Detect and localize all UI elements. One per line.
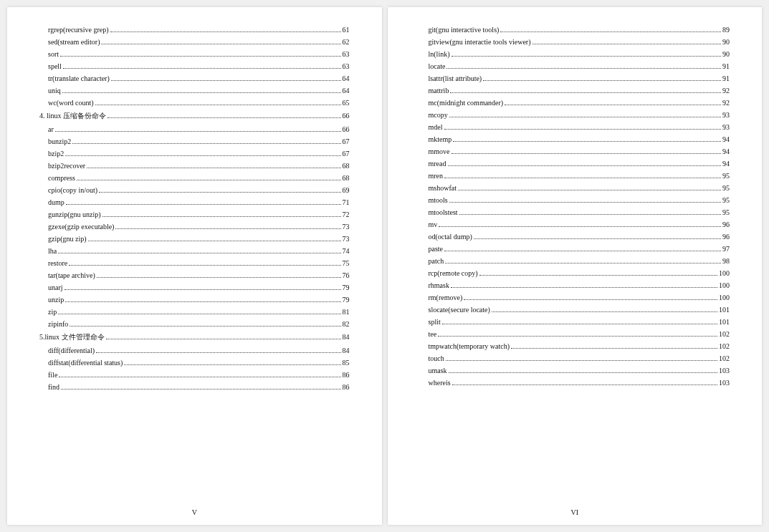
toc-entry-title: diffstat(differential status) xyxy=(48,359,123,367)
toc-entry-page: 92 xyxy=(722,87,730,95)
toc-leader-dots xyxy=(449,372,717,373)
toc-entry: ln(link)90 xyxy=(429,50,730,58)
toc-entry: gzexe(gzip executable)73 xyxy=(48,223,350,231)
toc-entry-title: od(octal dump) xyxy=(429,233,472,241)
toc-leader-dots xyxy=(63,68,341,69)
toc-entry-page: 95 xyxy=(722,196,730,204)
toc-entry-title: lsattr(list attribute) xyxy=(429,74,482,82)
toc-entry: find86 xyxy=(48,383,350,391)
toc-leader-dots xyxy=(474,238,721,239)
toc-entry: rcp(remote copy)100 xyxy=(429,269,730,277)
toc-entry-title: gzip(gnu zip) xyxy=(48,235,87,243)
toc-entry-page: 84 xyxy=(343,347,350,354)
toc-entry-title: mtoolstest xyxy=(429,208,458,216)
toc-entry: mread94 xyxy=(429,160,730,168)
toc-entry-page: 61 xyxy=(343,26,350,34)
toc-entry-title: mv xyxy=(429,221,438,228)
toc-entry-title: file xyxy=(48,371,57,379)
toc-entry: file86 xyxy=(48,371,350,379)
toc-entry-page: 68 xyxy=(343,162,350,170)
toc-entry-title: tr(translate character) xyxy=(48,74,110,82)
toc-entry: tee102 xyxy=(429,330,730,338)
toc-entry-title: tmpwatch(temporary watch) xyxy=(429,342,510,350)
toc-entry-title: sed(stream editor) xyxy=(48,38,100,46)
toc-entry: cpio(copy in/out)69 xyxy=(48,186,350,194)
toc-entry: mktemp94 xyxy=(429,135,730,143)
toc-entry-title: touch xyxy=(429,354,444,362)
toc-entry: gitview(gnu interactie tools viewer)90 xyxy=(429,38,730,46)
toc-entry-title: mren xyxy=(429,172,444,180)
toc-leader-dots xyxy=(95,105,341,105)
toc-entry: wc(word count)65 xyxy=(48,99,350,107)
page-left: rgrep(recursive grep)61sed(stream editor… xyxy=(7,7,382,525)
toc-leader-dots xyxy=(505,105,721,105)
toc-leader-dots xyxy=(88,241,341,241)
toc-entry-title: rcp(remote copy) xyxy=(429,269,478,277)
toc-entry-page: 97 xyxy=(722,245,730,253)
toc-leader-dots xyxy=(464,299,717,300)
toc-entry-page: 94 xyxy=(722,147,730,155)
toc-entry-title: unarj xyxy=(48,284,63,291)
toc-entry-page: 93 xyxy=(722,111,730,119)
toc-entry-page: 81 xyxy=(343,308,350,316)
toc-entry-title: mmove xyxy=(429,147,450,155)
toc-entry: whereis103 xyxy=(429,379,730,387)
toc-entry-page: 96 xyxy=(722,221,730,228)
toc-entry: mtoolstest95 xyxy=(429,208,730,216)
toc-entry-page: 102 xyxy=(719,342,730,350)
toc-leader-dots xyxy=(62,92,341,93)
toc-entry-page: 94 xyxy=(722,160,730,168)
toc-leader-dots xyxy=(65,301,340,302)
toc-entry-page: 91 xyxy=(722,62,730,70)
toc-entry-title: 5.linux 文件管理命令 xyxy=(39,332,105,342)
toc-entry-page: 67 xyxy=(343,137,350,145)
toc-entry-title: spell xyxy=(48,62,62,70)
toc-entry-page: 72 xyxy=(343,211,350,218)
toc-entry: git(gnu interactive tools)89 xyxy=(429,26,730,34)
toc-entry-page: 73 xyxy=(343,223,350,231)
toc-entry: mtools95 xyxy=(429,196,730,204)
toc-leader-dots xyxy=(97,277,341,278)
toc-entry: spell63 xyxy=(48,62,350,70)
toc-entry: bzip267 xyxy=(48,150,350,158)
toc-entry: rgrep(recursive grep)61 xyxy=(48,26,350,34)
toc-entry-title: uniq xyxy=(48,87,61,95)
toc-entry-page: 63 xyxy=(343,50,350,58)
toc-entry-title: ln(link) xyxy=(429,50,450,58)
toc-entry-page: 79 xyxy=(343,296,350,304)
toc-entry-page: 102 xyxy=(719,330,730,338)
toc-leader-dots xyxy=(111,80,341,81)
toc-leader-dots xyxy=(101,44,340,44)
toc-entry: uniq64 xyxy=(48,87,350,95)
toc-entry-title: patch xyxy=(429,257,444,265)
toc-entry-page: 100 xyxy=(719,281,730,289)
toc-entry: mdel93 xyxy=(429,123,730,131)
toc-entry-page: 84 xyxy=(343,333,350,341)
toc-entry-page: 103 xyxy=(719,379,730,387)
toc-entry-title: mktemp xyxy=(429,135,452,143)
toc-leader-dots xyxy=(87,168,340,168)
toc-entry-page: 68 xyxy=(343,174,350,182)
toc-entry-title: mshowfat xyxy=(429,184,457,192)
toc-leader-dots xyxy=(500,32,721,32)
toc-entry: rhmask100 xyxy=(429,281,730,289)
toc-entry-page: 86 xyxy=(343,383,350,391)
toc-entry: unzip79 xyxy=(48,296,350,304)
toc-leader-dots xyxy=(458,190,721,190)
toc-entry-page: 73 xyxy=(343,235,350,243)
toc-entry: lsattr(list attribute)91 xyxy=(429,74,730,82)
toc-entry: patch98 xyxy=(429,257,730,265)
toc-leader-dots xyxy=(124,364,340,365)
toc-entry-page: 66 xyxy=(343,112,350,120)
toc-leader-dots xyxy=(106,339,341,339)
toc-leader-dots xyxy=(96,352,340,353)
toc-entry: zipinfo82 xyxy=(48,320,350,328)
toc-entry: ar66 xyxy=(48,125,350,133)
toc-leader-dots xyxy=(444,251,721,251)
toc-leader-dots xyxy=(66,204,341,205)
toc-entry: mattrib92 xyxy=(429,87,730,95)
toc-entry: mc(midnight commander)92 xyxy=(429,99,730,107)
toc-entry-title: umask xyxy=(429,367,447,374)
toc-entry-title: bzip2recover xyxy=(48,162,85,170)
toc-entry-page: 75 xyxy=(343,259,350,267)
